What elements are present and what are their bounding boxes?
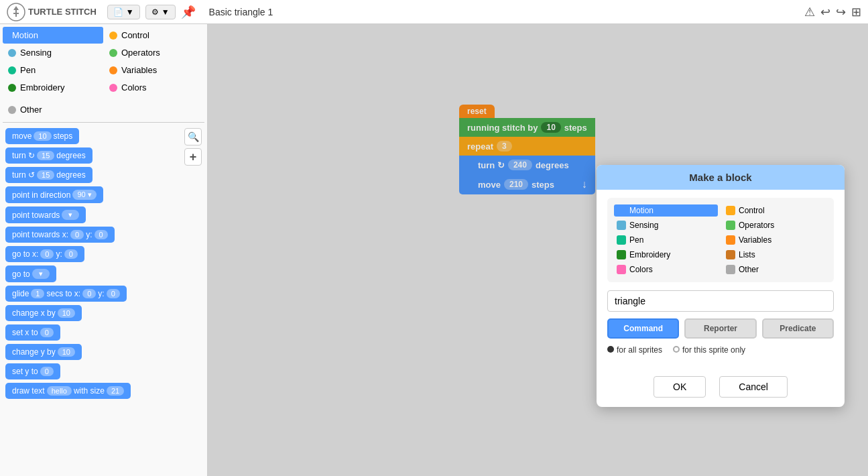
glide-label: glide <box>12 289 29 298</box>
goto-dropdown[interactable]: ▾ <box>32 269 50 279</box>
draw-text-size-val[interactable]: 21 <box>107 386 124 396</box>
point-towards-dropdown[interactable]: ▾ <box>62 210 79 220</box>
point-towards-block[interactable]: point towards ▾ <box>5 206 86 223</box>
running-stitch-val[interactable]: 10 <box>541 122 560 133</box>
glide-y-val[interactable]: 0 <box>107 289 120 298</box>
goto-y-val[interactable]: 0 <box>64 249 78 259</box>
search-button[interactable]: 🔍 <box>184 128 202 145</box>
ok-button[interactable]: OK <box>654 376 706 398</box>
modal-cat-sensing[interactable]: Sensing <box>614 219 718 231</box>
settings-menu-button[interactable]: ⚙ ▼ <box>145 5 176 19</box>
draw-text-block[interactable]: draw text hello with size 21 <box>5 383 131 399</box>
running-stitch-canvas-block[interactable]: running stitch by 10 steps <box>459 118 595 137</box>
add-button[interactable]: + <box>184 148 202 166</box>
set-y-block[interactable]: set y to 0 <box>5 363 60 379</box>
cancel-button[interactable]: Cancel <box>719 376 788 398</box>
redo-button[interactable]: ↪ <box>836 5 846 19</box>
modal-cat-motion[interactable]: Motion <box>614 204 718 217</box>
turn-cw-block[interactable]: turn ↻ 15 degrees <box>5 147 92 164</box>
goto-xy-block[interactable]: go to x: 0 y: 0 <box>5 246 84 262</box>
goto-block[interactable]: go to ▾ <box>5 265 56 282</box>
modal-cat-embroidery[interactable]: Embroidery <box>614 249 718 261</box>
change-y-label: change y by <box>12 347 56 357</box>
set-y-val[interactable]: 0 <box>40 367 54 376</box>
turn-ccw-val[interactable]: 15 <box>37 170 54 180</box>
change-y-block[interactable]: change y by 10 <box>5 344 82 360</box>
repeat-canvas-block[interactable]: repeat 3 <box>459 137 595 156</box>
sidebar-item-colors[interactable]: Colors <box>104 79 204 96</box>
modal-cat-operators[interactable]: Operators <box>723 219 827 231</box>
pen-dot <box>8 66 16 74</box>
move-canvas-block[interactable]: move 210 steps ↓ <box>459 174 595 194</box>
goto-x-val[interactable]: 0 <box>40 249 54 259</box>
other-label: Other <box>20 105 42 115</box>
sidebar-item-operators[interactable]: Operators <box>104 44 204 61</box>
reporter-type-button[interactable]: Reporter <box>684 318 756 339</box>
move-block[interactable]: move 10 steps <box>5 128 79 144</box>
file-icon: 📄 <box>113 7 123 17</box>
canvas-area[interactable]: reset running stitch by 10 steps repeat … <box>208 24 868 476</box>
turn-ccw-degrees-label: degrees <box>56 170 85 180</box>
embroidery-label: Embroidery <box>20 82 64 93</box>
control-dot <box>109 32 117 40</box>
undo-button[interactable]: ↩ <box>820 5 830 19</box>
sensing-dot <box>8 49 16 57</box>
point-towards-x-val[interactable]: 0 <box>70 230 84 239</box>
command-type-button[interactable]: Command <box>607 318 679 339</box>
sidebar-item-variables[interactable]: Variables <box>104 62 204 78</box>
reset-canvas-block[interactable]: reset <box>459 105 495 118</box>
draw-text-val[interactable]: hello <box>47 386 72 396</box>
change-x-block[interactable]: change x by 10 <box>5 305 82 321</box>
sidebar-item-embroidery[interactable]: Embroidery <box>3 79 103 96</box>
sidebar-item-other[interactable]: Other <box>3 101 204 118</box>
repeat-val[interactable]: 3 <box>497 141 512 152</box>
this-sprite-radio[interactable] <box>673 346 680 353</box>
modal-cat-pen[interactable]: Pen <box>614 234 718 246</box>
all-sprites-radio[interactable] <box>607 346 614 353</box>
file-menu-button[interactable]: 📄 ▼ <box>107 5 140 19</box>
point-direction-block[interactable]: point in direction 90 ▾ <box>5 186 103 203</box>
point-direction-val[interactable]: 90 ▾ <box>72 190 96 200</box>
modal-cat-variables[interactable]: Variables <box>723 234 827 246</box>
sidebar-item-control[interactable]: Control <box>104 27 204 44</box>
point-towards-xy-label: point towards x: <box>12 230 68 239</box>
modal-footer: OK Cancel <box>597 371 845 407</box>
modal-sensing-dot <box>617 221 626 230</box>
sidebar-item-pen[interactable]: Pen <box>3 62 103 78</box>
modal-motion-dot <box>617 206 626 215</box>
turn-canvas-block[interactable]: turn ↻ 240 degrees <box>459 156 595 174</box>
sidebar-item-motion[interactable]: Motion <box>3 27 103 44</box>
set-x-block[interactable]: set x to 0 <box>5 324 60 341</box>
modal-cat-other[interactable]: Other <box>723 263 827 276</box>
modal-cat-lists[interactable]: Lists <box>723 249 827 261</box>
predicate-type-button[interactable]: Predicate <box>762 318 834 339</box>
block-name-input[interactable] <box>607 290 834 312</box>
move-canvas-val[interactable]: 210 <box>504 179 528 190</box>
category-grid: Motion Control Sensing Operators Pen Var… <box>0 24 207 99</box>
modal-embroidery-label: Embroidery <box>629 250 670 259</box>
point-towards-y-val[interactable]: 0 <box>95 230 108 239</box>
sidebar-item-sensing[interactable]: Sensing <box>3 44 103 61</box>
turn-cw-val[interactable]: 15 <box>37 151 54 160</box>
glide-secs-val[interactable]: 1 <box>31 289 44 298</box>
turn-ccw-block[interactable]: turn ↺ 15 degrees <box>5 167 92 183</box>
change-y-val[interactable]: 10 <box>58 347 75 357</box>
move-canvas-steps-label: steps <box>532 180 554 190</box>
modal-cat-colors[interactable]: Colors <box>614 263 718 276</box>
modal-cat-control[interactable]: Control <box>723 204 827 217</box>
point-towards-xy-block[interactable]: point towards x: 0 y: 0 <box>5 227 115 243</box>
set-y-label: set y to <box>12 367 38 376</box>
grid-button[interactable]: ⊞ <box>851 5 861 19</box>
glide-block[interactable]: glide 1 secs to x: 0 y: 0 <box>5 286 127 302</box>
modal-overlay: Make a block Motion Control <box>208 24 868 476</box>
change-x-val[interactable]: 10 <box>58 308 75 318</box>
glide-x-val[interactable]: 0 <box>82 289 96 298</box>
set-x-val[interactable]: 0 <box>40 328 54 337</box>
turn-canvas-val[interactable]: 240 <box>508 160 532 170</box>
goto-label: go to <box>12 270 30 279</box>
warning-icon[interactable]: ⚠ <box>804 5 815 19</box>
point-towards-label: point towards <box>12 211 60 220</box>
move-val[interactable]: 10 <box>34 131 51 141</box>
pin-button[interactable]: 📌 <box>181 5 196 19</box>
project-title: Basic triangle 1 <box>209 7 273 17</box>
